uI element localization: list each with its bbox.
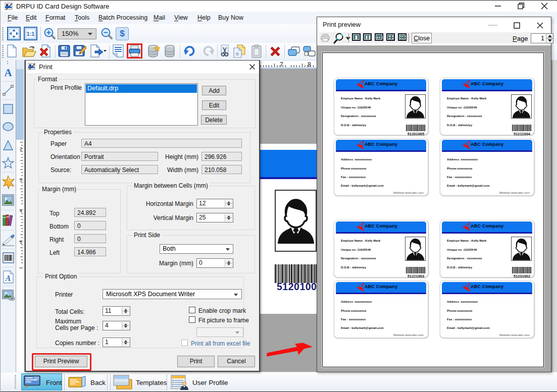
- svg-text:2: 2: [20, 146, 22, 151]
- svg-text:1:1: 1:1: [27, 31, 35, 37]
- svg-text:8: 8: [308, 61, 311, 67]
- svg-text:A: A: [5, 274, 11, 283]
- svg-text:7: 7: [280, 61, 283, 67]
- svg-text:3: 3: [20, 178, 22, 183]
- svg-text:4: 4: [20, 208, 22, 213]
- svg-text:5: 5: [20, 240, 22, 245]
- svg-text:A: A: [4, 67, 12, 78]
